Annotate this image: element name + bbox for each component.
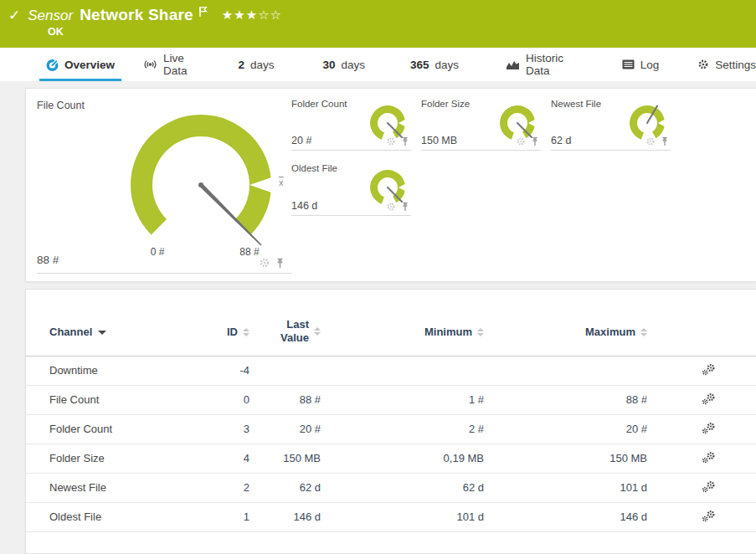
row-spacer: [719, 502, 756, 531]
channel-id: 3: [183, 414, 250, 444]
gauge-title: Oldest File: [291, 163, 337, 173]
pin-icon[interactable]: [401, 202, 409, 214]
channel-id: 2: [183, 473, 250, 502]
channel-last-value: 88 #: [250, 385, 321, 414]
channel-minimum: 2 #: [321, 414, 485, 444]
tab-overview[interactable]: Overview: [46, 48, 115, 81]
channel-maximum: 101 d: [485, 473, 648, 502]
channel-settings-cell: [648, 414, 719, 444]
sensor-title: Network Share: [80, 6, 193, 24]
file-count-gauge-arc: [121, 108, 280, 267]
channel-maximum: 88 #: [485, 385, 648, 414]
channel-maximum: 150 MB: [485, 444, 648, 473]
channel-maximum: 146 d: [485, 502, 648, 531]
column-header-maximum[interactable]: Maximum: [485, 310, 648, 356]
gauge-file-count: File Count x 0 # 88 # 88 #: [37, 95, 291, 274]
tab-settings[interactable]: Settings: [697, 48, 756, 81]
tab-label: days: [435, 59, 460, 71]
favorite-flag-icon[interactable]: [198, 6, 208, 20]
pin-icon[interactable]: [531, 136, 539, 149]
pin-icon[interactable]: [401, 136, 409, 149]
column-header-id[interactable]: ID: [183, 310, 250, 356]
tab-log[interactable]: Log: [622, 48, 660, 81]
gauge-current-value: 20 #: [291, 135, 311, 146]
tab-label: days: [341, 59, 365, 71]
gauge-current-value: 62 d: [551, 135, 571, 146]
tab-label: Log: [640, 59, 660, 71]
channel-gear-icon[interactable]: [386, 136, 396, 149]
column-header-last-value[interactable]: Last Value: [250, 310, 321, 356]
channel-gear-icon[interactable]: [386, 202, 396, 214]
channel-name: File Count: [26, 385, 183, 414]
tab-2-days[interactable]: 2 days: [238, 48, 274, 81]
channel-minimum: 62 d: [321, 473, 485, 502]
column-header-channel[interactable]: Channel: [26, 310, 183, 356]
channel-last-value: 62 d: [250, 473, 321, 502]
channel-id: 4: [183, 444, 250, 473]
row-spacer: [719, 444, 756, 473]
table-row: Newest File 2 62 d 62 d 101 d: [26, 473, 756, 502]
channel-name: Folder Count: [26, 414, 183, 444]
sort-icon: [314, 327, 321, 336]
tab-label: Historic Data: [526, 52, 574, 77]
channel-gear-icon[interactable]: [645, 136, 656, 149]
tab-30-days[interactable]: 30 days: [322, 48, 365, 81]
sensor-status-badge: OK: [48, 26, 64, 38]
channel-settings-cell: [648, 502, 719, 531]
channel-settings-cell: [648, 385, 719, 414]
pin-icon[interactable]: [275, 258, 285, 271]
sort-icon: [243, 328, 250, 336]
channel-last-value: 150 MB: [250, 444, 321, 473]
gauge-current-value: 88 #: [37, 254, 59, 266]
channel-id: -4: [183, 356, 250, 385]
channel-id: 1: [183, 502, 250, 531]
channel-settings-gears-icon[interactable]: [702, 454, 716, 466]
stars-filled[interactable]: ★★★: [222, 8, 258, 23]
tab-365-days[interactable]: 365 days: [410, 48, 459, 81]
chart-icon: [506, 59, 520, 70]
gauge-current-value: 146 d: [291, 200, 317, 212]
gauge-oldest-file: Oldest File 146 d: [291, 163, 411, 216]
tab-label: Live Data: [163, 52, 198, 77]
channel-settings-gears-icon[interactable]: [702, 366, 716, 378]
sort-icon: [477, 328, 485, 336]
live-data-icon: [143, 59, 157, 70]
channel-last-value: 146 d: [250, 502, 321, 531]
tab-label: days: [250, 59, 275, 71]
tab-number: 365: [410, 59, 429, 71]
gauge-folder-size: Folder Size 150 MB: [421, 99, 541, 151]
channel-settings-cell: [648, 356, 719, 385]
tab-live-data[interactable]: Live Data: [143, 48, 198, 81]
tab-historic-data[interactable]: Historic Data: [506, 48, 574, 81]
row-spacer: [719, 473, 756, 502]
channel-settings-gears-icon[interactable]: [702, 424, 716, 437]
table-row: File Count 0 88 # 1 # 88 #: [26, 385, 756, 414]
priority-stars[interactable]: ★★★☆☆: [222, 8, 282, 23]
status-check-icon: ✓: [8, 7, 20, 23]
channel-settings-cell: [648, 444, 719, 473]
gear-icon: [697, 59, 709, 70]
row-spacer: [719, 356, 756, 385]
tab-label: Settings: [715, 59, 756, 71]
column-header-minimum[interactable]: Minimum: [321, 310, 485, 356]
channel-minimum: 1 #: [321, 385, 485, 414]
channel-name: Downtime: [26, 356, 183, 385]
channel-settings-gears-icon[interactable]: [702, 512, 716, 525]
gauge-title: File Count: [37, 100, 85, 111]
channel-gear-icon[interactable]: [516, 136, 526, 149]
sort-icon: [640, 328, 648, 336]
gauge-scale-max: 88 #: [227, 246, 272, 258]
channels-table: Channel ID Last Value Minimum Maximum: [26, 310, 756, 532]
gauge-title: Newest File: [551, 99, 601, 109]
sort-caret-icon: [98, 331, 106, 335]
channel-minimum: [321, 356, 485, 385]
channel-settings-gears-icon[interactable]: [702, 483, 716, 495]
table-row: Downtime -4: [26, 356, 756, 385]
gauge-title: Folder Size: [421, 99, 470, 109]
gauge-newest-file: Newest File 62 d: [551, 99, 671, 151]
channel-gear-icon[interactable]: [259, 257, 270, 271]
pin-icon[interactable]: [661, 136, 669, 149]
stars-empty[interactable]: ☆☆: [258, 8, 282, 23]
channel-settings-gears-icon[interactable]: [702, 395, 716, 408]
channel-settings-cell: [648, 473, 719, 502]
